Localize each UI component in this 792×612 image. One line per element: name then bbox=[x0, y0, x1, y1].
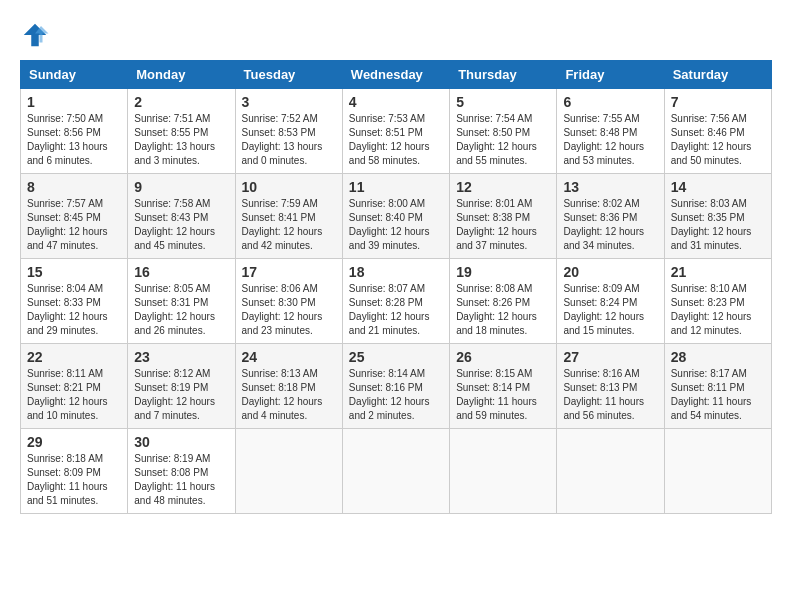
day-cell-2: 2 Sunrise: 7:51 AMSunset: 8:55 PMDayligh… bbox=[128, 89, 235, 174]
day-cell-9: 9 Sunrise: 7:58 AMSunset: 8:43 PMDayligh… bbox=[128, 174, 235, 259]
day-cell-17: 17 Sunrise: 8:06 AMSunset: 8:30 PMDaylig… bbox=[235, 259, 342, 344]
calendar-table: SundayMondayTuesdayWednesdayThursdayFrid… bbox=[20, 60, 772, 514]
day-info: Sunrise: 7:53 AMSunset: 8:51 PMDaylight:… bbox=[349, 112, 443, 168]
day-cell-4: 4 Sunrise: 7:53 AMSunset: 8:51 PMDayligh… bbox=[342, 89, 449, 174]
empty-cell bbox=[664, 429, 771, 514]
day-number: 12 bbox=[456, 179, 550, 195]
day-cell-15: 15 Sunrise: 8:04 AMSunset: 8:33 PMDaylig… bbox=[21, 259, 128, 344]
calendar-header-row: SundayMondayTuesdayWednesdayThursdayFrid… bbox=[21, 61, 772, 89]
day-cell-5: 5 Sunrise: 7:54 AMSunset: 8:50 PMDayligh… bbox=[450, 89, 557, 174]
day-info: Sunrise: 8:03 AMSunset: 8:35 PMDaylight:… bbox=[671, 197, 765, 253]
week-row-3: 15 Sunrise: 8:04 AMSunset: 8:33 PMDaylig… bbox=[21, 259, 772, 344]
day-info: Sunrise: 8:13 AMSunset: 8:18 PMDaylight:… bbox=[242, 367, 336, 423]
day-number: 26 bbox=[456, 349, 550, 365]
day-cell-12: 12 Sunrise: 8:01 AMSunset: 8:38 PMDaylig… bbox=[450, 174, 557, 259]
day-number: 2 bbox=[134, 94, 228, 110]
day-number: 25 bbox=[349, 349, 443, 365]
day-cell-27: 27 Sunrise: 8:16 AMSunset: 8:13 PMDaylig… bbox=[557, 344, 664, 429]
day-info: Sunrise: 8:14 AMSunset: 8:16 PMDaylight:… bbox=[349, 367, 443, 423]
day-cell-3: 3 Sunrise: 7:52 AMSunset: 8:53 PMDayligh… bbox=[235, 89, 342, 174]
day-number: 17 bbox=[242, 264, 336, 280]
day-cell-7: 7 Sunrise: 7:56 AMSunset: 8:46 PMDayligh… bbox=[664, 89, 771, 174]
week-row-5: 29 Sunrise: 8:18 AMSunset: 8:09 PMDaylig… bbox=[21, 429, 772, 514]
day-info: Sunrise: 8:09 AMSunset: 8:24 PMDaylight:… bbox=[563, 282, 657, 338]
day-number: 14 bbox=[671, 179, 765, 195]
day-number: 30 bbox=[134, 434, 228, 450]
day-info: Sunrise: 8:18 AMSunset: 8:09 PMDaylight:… bbox=[27, 452, 121, 508]
day-number: 27 bbox=[563, 349, 657, 365]
day-number: 13 bbox=[563, 179, 657, 195]
day-cell-28: 28 Sunrise: 8:17 AMSunset: 8:11 PMDaylig… bbox=[664, 344, 771, 429]
day-number: 24 bbox=[242, 349, 336, 365]
day-number: 20 bbox=[563, 264, 657, 280]
day-info: Sunrise: 8:11 AMSunset: 8:21 PMDaylight:… bbox=[27, 367, 121, 423]
day-info: Sunrise: 8:16 AMSunset: 8:13 PMDaylight:… bbox=[563, 367, 657, 423]
day-cell-29: 29 Sunrise: 8:18 AMSunset: 8:09 PMDaylig… bbox=[21, 429, 128, 514]
day-cell-19: 19 Sunrise: 8:08 AMSunset: 8:26 PMDaylig… bbox=[450, 259, 557, 344]
header-monday: Monday bbox=[128, 61, 235, 89]
header-friday: Friday bbox=[557, 61, 664, 89]
day-number: 28 bbox=[671, 349, 765, 365]
day-info: Sunrise: 8:07 AMSunset: 8:28 PMDaylight:… bbox=[349, 282, 443, 338]
day-cell-16: 16 Sunrise: 8:05 AMSunset: 8:31 PMDaylig… bbox=[128, 259, 235, 344]
header-tuesday: Tuesday bbox=[235, 61, 342, 89]
day-info: Sunrise: 8:04 AMSunset: 8:33 PMDaylight:… bbox=[27, 282, 121, 338]
day-cell-24: 24 Sunrise: 8:13 AMSunset: 8:18 PMDaylig… bbox=[235, 344, 342, 429]
day-number: 11 bbox=[349, 179, 443, 195]
day-info: Sunrise: 8:05 AMSunset: 8:31 PMDaylight:… bbox=[134, 282, 228, 338]
day-number: 16 bbox=[134, 264, 228, 280]
empty-cell bbox=[450, 429, 557, 514]
day-info: Sunrise: 7:56 AMSunset: 8:46 PMDaylight:… bbox=[671, 112, 765, 168]
day-number: 29 bbox=[27, 434, 121, 450]
day-info: Sunrise: 8:10 AMSunset: 8:23 PMDaylight:… bbox=[671, 282, 765, 338]
empty-cell bbox=[557, 429, 664, 514]
day-info: Sunrise: 8:00 AMSunset: 8:40 PMDaylight:… bbox=[349, 197, 443, 253]
day-cell-11: 11 Sunrise: 8:00 AMSunset: 8:40 PMDaylig… bbox=[342, 174, 449, 259]
day-cell-10: 10 Sunrise: 7:59 AMSunset: 8:41 PMDaylig… bbox=[235, 174, 342, 259]
day-number: 22 bbox=[27, 349, 121, 365]
day-number: 5 bbox=[456, 94, 550, 110]
day-number: 21 bbox=[671, 264, 765, 280]
day-number: 18 bbox=[349, 264, 443, 280]
day-info: Sunrise: 8:01 AMSunset: 8:38 PMDaylight:… bbox=[456, 197, 550, 253]
day-cell-21: 21 Sunrise: 8:10 AMSunset: 8:23 PMDaylig… bbox=[664, 259, 771, 344]
week-row-2: 8 Sunrise: 7:57 AMSunset: 8:45 PMDayligh… bbox=[21, 174, 772, 259]
day-info: Sunrise: 7:52 AMSunset: 8:53 PMDaylight:… bbox=[242, 112, 336, 168]
day-info: Sunrise: 8:19 AMSunset: 8:08 PMDaylight:… bbox=[134, 452, 228, 508]
day-cell-14: 14 Sunrise: 8:03 AMSunset: 8:35 PMDaylig… bbox=[664, 174, 771, 259]
day-number: 6 bbox=[563, 94, 657, 110]
day-info: Sunrise: 8:12 AMSunset: 8:19 PMDaylight:… bbox=[134, 367, 228, 423]
header-saturday: Saturday bbox=[664, 61, 771, 89]
day-number: 19 bbox=[456, 264, 550, 280]
week-row-1: 1 Sunrise: 7:50 AMSunset: 8:56 PMDayligh… bbox=[21, 89, 772, 174]
day-cell-18: 18 Sunrise: 8:07 AMSunset: 8:28 PMDaylig… bbox=[342, 259, 449, 344]
day-info: Sunrise: 8:17 AMSunset: 8:11 PMDaylight:… bbox=[671, 367, 765, 423]
day-cell-1: 1 Sunrise: 7:50 AMSunset: 8:56 PMDayligh… bbox=[21, 89, 128, 174]
day-number: 8 bbox=[27, 179, 121, 195]
day-cell-22: 22 Sunrise: 8:11 AMSunset: 8:21 PMDaylig… bbox=[21, 344, 128, 429]
day-cell-8: 8 Sunrise: 7:57 AMSunset: 8:45 PMDayligh… bbox=[21, 174, 128, 259]
day-cell-6: 6 Sunrise: 7:55 AMSunset: 8:48 PMDayligh… bbox=[557, 89, 664, 174]
day-number: 23 bbox=[134, 349, 228, 365]
day-cell-30: 30 Sunrise: 8:19 AMSunset: 8:08 PMDaylig… bbox=[128, 429, 235, 514]
day-cell-13: 13 Sunrise: 8:02 AMSunset: 8:36 PMDaylig… bbox=[557, 174, 664, 259]
empty-cell bbox=[235, 429, 342, 514]
day-cell-23: 23 Sunrise: 8:12 AMSunset: 8:19 PMDaylig… bbox=[128, 344, 235, 429]
day-number: 10 bbox=[242, 179, 336, 195]
header-sunday: Sunday bbox=[21, 61, 128, 89]
week-row-4: 22 Sunrise: 8:11 AMSunset: 8:21 PMDaylig… bbox=[21, 344, 772, 429]
day-info: Sunrise: 7:51 AMSunset: 8:55 PMDaylight:… bbox=[134, 112, 228, 168]
day-cell-26: 26 Sunrise: 8:15 AMSunset: 8:14 PMDaylig… bbox=[450, 344, 557, 429]
day-info: Sunrise: 8:02 AMSunset: 8:36 PMDaylight:… bbox=[563, 197, 657, 253]
day-number: 4 bbox=[349, 94, 443, 110]
day-info: Sunrise: 7:55 AMSunset: 8:48 PMDaylight:… bbox=[563, 112, 657, 168]
logo bbox=[20, 20, 54, 50]
day-number: 15 bbox=[27, 264, 121, 280]
day-info: Sunrise: 7:59 AMSunset: 8:41 PMDaylight:… bbox=[242, 197, 336, 253]
day-number: 7 bbox=[671, 94, 765, 110]
day-info: Sunrise: 7:57 AMSunset: 8:45 PMDaylight:… bbox=[27, 197, 121, 253]
day-info: Sunrise: 8:08 AMSunset: 8:26 PMDaylight:… bbox=[456, 282, 550, 338]
header-wednesday: Wednesday bbox=[342, 61, 449, 89]
page-header bbox=[20, 20, 772, 50]
day-info: Sunrise: 7:58 AMSunset: 8:43 PMDaylight:… bbox=[134, 197, 228, 253]
